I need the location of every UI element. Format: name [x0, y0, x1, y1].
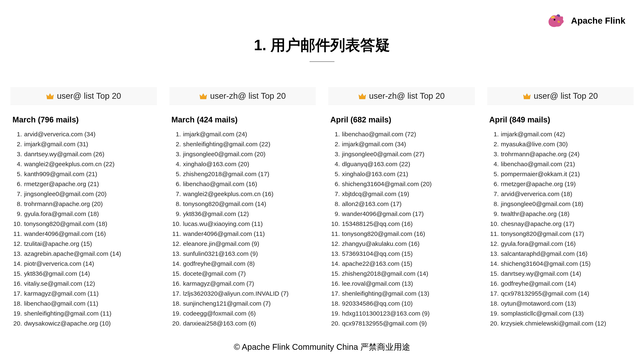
rank-number: 7.: [489, 189, 499, 199]
list-item: 19.codeegg@foxmail.com (6): [172, 309, 316, 319]
rank-number: 12.: [330, 239, 340, 249]
rank-entry: 573693104@qq.com (15): [342, 249, 413, 259]
ranking-list-2: 1.libenchao@gmail.com (72)2.imjark@gmail…: [328, 129, 475, 329]
rank-number: 17.: [330, 289, 340, 299]
column-header-3: user@ list Top 20: [487, 87, 634, 105]
rank-entry: imjark@gmail.com (24): [183, 129, 247, 139]
rank-entry: zhangyu@akulaku.com (16): [342, 239, 420, 249]
rank-entry: trohrmann@apache.org (24): [501, 149, 580, 159]
rank-number: 11.: [489, 229, 499, 239]
rank-number: 7.: [12, 189, 22, 199]
rank-number: 6.: [489, 179, 499, 189]
rank-number: 9.: [330, 209, 340, 219]
column-header-text: user-zh@ list Top 20: [369, 91, 445, 101]
rank-number: 11.: [172, 229, 181, 239]
rank-entry: 920334586@qq.com (10): [342, 299, 413, 309]
rank-number: 5.: [489, 169, 499, 179]
list-item: 2.myasuka@live.com (30): [489, 139, 634, 149]
rank-entry: shicheng31604@gmail.com (20): [342, 179, 432, 189]
rank-entry: imjark@gmail.com (34): [342, 139, 406, 149]
rank-number: 1.: [172, 129, 181, 139]
list-item: 15.docete@gmail.com (7): [172, 269, 316, 279]
rank-number: 1.: [489, 129, 499, 139]
rank-number: 1.: [330, 129, 340, 139]
list-item: 12.eleanore.jin@gmail.com (9): [172, 239, 316, 249]
list-item: 3.danrtsey.wy@gmail.com (26): [12, 149, 157, 159]
rank-number: 18.: [172, 299, 181, 309]
rank-entry: rmetzger@apache.org (21): [24, 179, 99, 189]
list-item: 16.karmagyz@gmail.com (7): [172, 279, 316, 289]
list-item: 15.ykt836@gmail.com (14): [12, 269, 157, 279]
list-item: 5.zhisheng2018@gmail.com (17): [172, 169, 316, 179]
list-item: 11.tonysong820@gmail.com (16): [330, 229, 475, 239]
rank-number: 5.: [172, 169, 181, 179]
list-item: 18.920334586@qq.com (10): [330, 299, 475, 309]
rank-entry: oytun@motaword.com (13): [501, 299, 576, 309]
list-item: 10.chesnay@apache.org (17): [489, 219, 634, 229]
svg-rect-3: [359, 98, 365, 99]
list-item: 12.gyula.fora@gmail.com (16): [489, 239, 634, 249]
rank-entry: godfreyhe@gmail.com (14): [501, 279, 576, 289]
footer-copyright: © Apache Flink Community China 严禁商业用途: [0, 341, 644, 353]
list-item: 13.sunfulin0321@163.com (9): [172, 249, 316, 259]
list-item: 7.arvid@ververica.com (18): [489, 189, 634, 199]
list-item: 18.sunjincheng121@gmail.com (7): [172, 299, 316, 309]
rank-entry: tonysong820@gmail.com (16): [342, 229, 425, 239]
svg-point-0: [554, 19, 555, 20]
list-item: 20.danxieai258@163.com (6): [172, 319, 316, 329]
month-title-1: March (424 mails): [170, 115, 316, 124]
rank-entry: gyula.fora@gmail.com (18): [24, 209, 99, 219]
list-item: 7.jingsonglee0@gmail.com (20): [12, 189, 157, 199]
list-item: 9.gyula.fora@gmail.com (18): [12, 209, 157, 219]
rank-entry: allon2@163.com (17): [342, 199, 402, 209]
rank-entry: arvid@ververica.com (18): [501, 189, 572, 199]
rank-entry: rmetzger@apache.org (19): [501, 179, 576, 189]
ranking-list-3: 1.imjark@gmail.com (42)2.myasuka@live.co…: [487, 129, 634, 329]
list-item: 8.allon2@163.com (17): [330, 199, 475, 209]
list-item: 5.pompermaier@okkam.it (21): [489, 169, 634, 179]
rank-entry: krzysiek.chmielewski@gmail.com (12): [501, 319, 606, 329]
rank-number: 3.: [489, 149, 499, 159]
list-item: 2.imjark@gmail.com (31): [12, 139, 157, 149]
column-header-text: user@ list Top 20: [534, 91, 598, 101]
rank-entry: kanth909@gmail.com (21): [24, 169, 97, 179]
rank-entry: libenchao@gmail.com (72): [342, 129, 416, 139]
rank-entry: wander4096@gmail.com (16): [24, 229, 106, 239]
month-title-0: March (796 mails): [10, 115, 157, 124]
list-item: 17.karmagyz@gmail.com (11): [12, 289, 157, 299]
rank-entry: shicheng31604@gmail.com (15): [501, 259, 591, 269]
list-item: 15.zhisheng2018@gmail.com (14): [330, 269, 475, 279]
list-item: 5.kanth909@gmail.com (21): [12, 169, 157, 179]
rank-entry: imjark@gmail.com (31): [24, 139, 88, 149]
rank-entry: imjark@gmail.com (42): [501, 129, 565, 139]
rank-entry: xinghalo@163.com (20): [183, 159, 249, 169]
list-item: 6.shicheng31604@gmail.com (20): [330, 179, 475, 189]
rank-number: 12.: [489, 239, 499, 249]
list-item: 9.ykt836@gmail.com (12): [172, 209, 316, 219]
rank-number: 5.: [12, 169, 22, 179]
rank-number: 15.: [172, 269, 181, 279]
list-item: 8.jingsonglee0@gmail.com (18): [489, 199, 634, 209]
rank-number: 14.: [330, 259, 340, 269]
list-item: 3.trohrmann@apache.org (24): [489, 149, 634, 159]
list-item: 3.jingsonglee0@gmail.com (27): [330, 149, 475, 159]
list-item: 1.libenchao@gmail.com (72): [330, 129, 475, 139]
list-item: 17.shenleifighting@gmail.com (13): [330, 289, 475, 299]
rank-number: 3.: [330, 149, 340, 159]
rank-number: 20.: [172, 319, 181, 329]
rank-entry: wander4096@gmail.com (17): [342, 209, 424, 219]
rank-number: 10.: [12, 219, 22, 229]
rank-number: 3.: [172, 149, 181, 159]
list-item: 20.dwysakowicz@apache.org (10): [12, 319, 157, 329]
month-title-3: April (849 mails): [487, 115, 634, 124]
list-item: 20.krzysiek.chmielewski@gmail.com (12): [489, 319, 634, 329]
list-item: 9.wander4096@gmail.com (17): [330, 209, 475, 219]
rank-number: 18.: [489, 299, 499, 309]
rank-entry: sunfulin0321@163.com (9): [183, 249, 258, 259]
rank-number: 12.: [12, 239, 22, 249]
list-item: 13.salcantaraphd@gmail.com (16): [489, 249, 634, 259]
rank-number: 6.: [172, 179, 181, 189]
rank-entry: shenleifighting@gmail.com (22): [183, 139, 270, 149]
rank-entry: karmagyz@gmail.com (11): [24, 289, 98, 299]
list-item: 17.qcx978132955@gmail.com (14): [489, 289, 634, 299]
